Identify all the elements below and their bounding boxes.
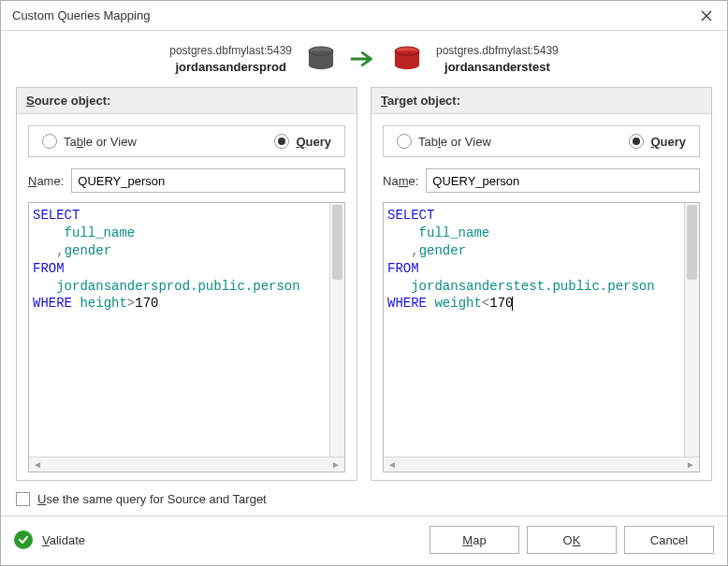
close-icon — [701, 10, 712, 22]
source-db-label: jordansandersprod — [175, 60, 285, 74]
footer-buttons: Map OK Cancel — [430, 526, 714, 554]
target-name-input[interactable] — [426, 168, 700, 193]
target-db-icon — [391, 46, 423, 72]
target-panel-heading: Target object: — [371, 88, 711, 114]
target-query-editor-wrap: SELECT full_name ,gender FROM jordansand… — [383, 202, 700, 472]
radio-unchecked-icon — [42, 134, 57, 149]
target-panel: Target object: Table or View Query — [371, 87, 712, 481]
target-name-row: Name: — [383, 168, 700, 193]
source-panel-heading: Source object: — [17, 88, 357, 114]
target-conn-label: postgres.dbfmylast:5439 — [436, 44, 559, 57]
dialog-title: Custom Queries Mapping — [12, 8, 150, 22]
radio-unchecked-icon — [397, 134, 412, 149]
source-panel-body: Table or View Query Name: SELECT f — [17, 114, 357, 480]
target-db-label: jordansanderstest — [444, 60, 550, 74]
same-query-label: Use the same query for Source and Target — [37, 492, 267, 506]
target-panel-body: Table or View Query Name: SELECT f — [371, 114, 711, 480]
target-horizontal-scrollbar[interactable]: ◄► — [384, 457, 699, 472]
mapping-header: postgres.dbfmylast:5439 jordansanderspro… — [16, 44, 712, 74]
source-query-editor[interactable]: SELECT full_name ,gender FROM jordansand… — [29, 203, 344, 457]
arrow-right-icon — [350, 50, 378, 68]
source-horizontal-scrollbar[interactable]: ◄► — [29, 457, 344, 472]
source-db-icon — [305, 46, 337, 72]
source-name-row: Name: — [28, 168, 345, 193]
map-button[interactable]: Map — [430, 526, 519, 554]
titlebar: Custom Queries Mapping — [1, 1, 727, 31]
target-query-radio[interactable]: Query — [629, 134, 686, 149]
radio-checked-icon — [629, 134, 644, 149]
source-query-editor-wrap: SELECT full_name ,gender FROM jordansand… — [28, 202, 345, 472]
radio-checked-icon — [274, 134, 289, 149]
check-circle-icon — [14, 530, 33, 549]
ok-button[interactable]: OK — [527, 526, 617, 554]
source-table-radio[interactable]: Table or View — [42, 134, 137, 149]
source-vertical-scrollbar[interactable] — [329, 203, 344, 457]
validate-button[interactable]: Validate — [14, 530, 85, 549]
source-name-label: Name: — [28, 174, 64, 188]
source-name-input[interactable] — [71, 168, 345, 193]
target-name-label: Name: — [383, 174, 418, 188]
target-vertical-scrollbar[interactable] — [684, 203, 699, 457]
custom-queries-mapping-dialog: Custom Queries Mapping postgres.dbfmylas… — [0, 0, 728, 566]
same-query-checkbox[interactable] — [16, 492, 30, 506]
target-table-radio[interactable]: Table or View — [397, 134, 491, 149]
source-panel: Source object: Table or View Query — [16, 87, 357, 481]
dialog-footer: Validate Map OK Cancel — [1, 515, 727, 565]
source-mode-radiogroup: Table or View Query — [28, 125, 345, 157]
close-button[interactable] — [695, 5, 718, 27]
panels: Source object: Table or View Query — [16, 87, 712, 481]
target-db-block: postgres.dbfmylast:5439 jordansanderstes… — [436, 44, 559, 74]
target-query-editor[interactable]: SELECT full_name ,gender FROM jordansand… — [384, 203, 699, 457]
source-query-radio[interactable]: Query — [274, 134, 331, 149]
dialog-content: postgres.dbfmylast:5439 jordansanderspro… — [1, 31, 727, 515]
source-db-block: postgres.dbfmylast:5439 jordansanderspro… — [169, 44, 292, 74]
same-query-row: Use the same query for Source and Target — [16, 492, 712, 506]
source-conn-label: postgres.dbfmylast:5439 — [169, 44, 292, 57]
cancel-button[interactable]: Cancel — [624, 526, 714, 554]
target-mode-radiogroup: Table or View Query — [383, 125, 700, 157]
